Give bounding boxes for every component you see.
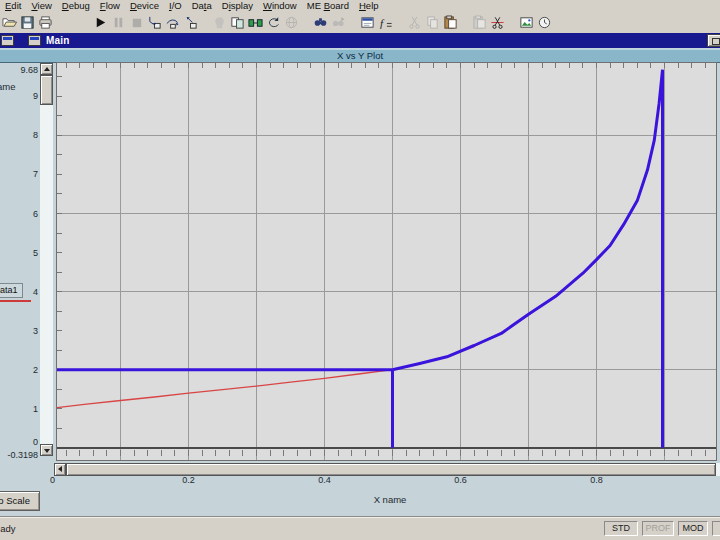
- y-tick-label: -0.3198: [0, 451, 38, 460]
- wire-cut-icon: [490, 15, 505, 30]
- restore-button[interactable]: [707, 34, 720, 47]
- transfer-button[interactable]: [228, 14, 246, 31]
- run-icon: [93, 15, 108, 30]
- menu-item-view[interactable]: View: [26, 0, 56, 12]
- save-button[interactable]: [18, 14, 36, 31]
- refresh-button[interactable]: [264, 14, 282, 31]
- restore-icon: [712, 38, 720, 45]
- menu-item-data[interactable]: Data: [187, 0, 217, 12]
- application-window: EditViewDebugFlowDeviceI/ODataDisplayWin…: [0, 0, 720, 540]
- refresh-icon: [266, 15, 281, 30]
- clock-button[interactable]: [535, 14, 553, 31]
- cut-icon: [407, 15, 422, 30]
- save-icon: [20, 15, 35, 30]
- svg-text:f: f: [379, 17, 384, 29]
- y-tick-label: 2: [0, 366, 38, 375]
- connect-icon: [248, 15, 263, 30]
- plot-canvas[interactable]: [57, 63, 716, 460]
- connect-button[interactable]: [246, 14, 264, 31]
- y-tick-label: 5: [0, 249, 38, 258]
- wire-cut-button[interactable]: [488, 14, 506, 31]
- legend-label: data1: [0, 285, 18, 295]
- menu-bar: EditViewDebugFlowDeviceI/ODataDisplayWin…: [0, 0, 720, 12]
- toolbar-group: [0, 14, 54, 31]
- menu-item-debug[interactable]: Debug: [57, 0, 95, 12]
- y-tick-label: 1: [0, 405, 38, 414]
- vertical-scrollbar[interactable]: [40, 63, 53, 456]
- menu-item-edit[interactable]: Edit: [0, 0, 26, 12]
- status-panel-mod: MOD: [678, 521, 708, 536]
- y-tick-label: 7: [0, 170, 38, 179]
- plot-title: X vs Y Plot: [0, 50, 720, 62]
- y-tick-label: 8: [0, 131, 38, 140]
- window-icon[interactable]: [1, 35, 14, 46]
- pause-button: [109, 14, 127, 31]
- properties-button[interactable]: [358, 14, 376, 31]
- plot-titlebar[interactable]: X vs Y Plot: [0, 49, 720, 63]
- arrow-left-icon: [58, 466, 62, 472]
- run-button[interactable]: [91, 14, 109, 31]
- x-axis-title: X name: [330, 494, 450, 505]
- horizontal-scrollbar-thumb[interactable]: [66, 463, 716, 476]
- globe-button: [282, 14, 300, 31]
- function-button[interactable]: f: [376, 14, 394, 31]
- scroll-up-button[interactable]: [40, 63, 53, 75]
- child-window-title: Main: [46, 35, 70, 46]
- properties-icon: [360, 15, 375, 30]
- stop-icon: [129, 15, 144, 30]
- menu-item-flow[interactable]: Flow: [95, 0, 125, 12]
- series-blue-trace-segment: [393, 70, 663, 370]
- folder-open-icon: [2, 15, 17, 30]
- step-out-button[interactable]: [181, 14, 199, 31]
- status-panel-wb: WB: [712, 521, 720, 536]
- copy-button: [423, 14, 441, 31]
- function-icon: f: [378, 15, 393, 30]
- image-button[interactable]: [517, 14, 535, 31]
- legend-color-swatch: [0, 300, 31, 302]
- scroll-down-button[interactable]: [40, 444, 53, 456]
- step-into-button[interactable]: [145, 14, 163, 31]
- menu-item-device[interactable]: Device: [125, 0, 164, 12]
- paste-icon: [443, 15, 458, 30]
- scroll-left-button[interactable]: [54, 463, 66, 476]
- find-next-button: [329, 14, 347, 31]
- vertical-scrollbar-thumb[interactable]: [40, 75, 53, 105]
- arrow-down-icon: [44, 449, 50, 453]
- transfer-icon: [230, 15, 245, 30]
- open-button[interactable]: [0, 14, 18, 31]
- toolbar-group: f: [358, 14, 394, 31]
- paste-button[interactable]: [441, 14, 459, 31]
- auto-scale-button[interactable]: Auto Scale: [0, 491, 40, 511]
- child-window-titlebar[interactable]: Main: [0, 33, 720, 48]
- print-button[interactable]: [36, 14, 54, 31]
- status-panel-prof: PROF: [642, 521, 674, 536]
- y-tick-label: 6: [0, 210, 38, 219]
- paste-special-icon: [472, 15, 487, 30]
- window-icon[interactable]: [28, 35, 41, 46]
- step-over-icon: [165, 15, 180, 30]
- clock-icon: [537, 15, 552, 30]
- find-button[interactable]: [311, 14, 329, 31]
- menu-item-help[interactable]: Help: [354, 0, 384, 12]
- x-tick-label: 0.2: [173, 476, 205, 485]
- find-next-icon: [331, 15, 346, 30]
- y-tick-label: 0: [0, 438, 38, 447]
- step-over-button[interactable]: [163, 14, 181, 31]
- toolbar-group: [405, 14, 459, 31]
- x-tick-label: 0.4: [309, 476, 341, 485]
- stop-button: [127, 14, 145, 31]
- x-tick-label: 0: [37, 476, 69, 485]
- menu-item-display[interactable]: Display: [217, 0, 258, 12]
- toolbar-group: [470, 14, 506, 31]
- menu-item-window[interactable]: Window: [258, 0, 302, 12]
- menu-item-i-o[interactable]: I/O: [164, 0, 187, 12]
- find-icon: [313, 15, 328, 30]
- legend-item[interactable]: data1: [0, 283, 23, 298]
- menu-item-me-board[interactable]: ME Board: [302, 0, 354, 12]
- y-axis-title: Y name: [0, 81, 16, 92]
- toolbar-group: [311, 14, 347, 31]
- toolbar: f: [0, 12, 720, 33]
- copy-icon: [425, 15, 440, 30]
- pause-icon: [111, 15, 126, 30]
- image-icon: [519, 15, 534, 30]
